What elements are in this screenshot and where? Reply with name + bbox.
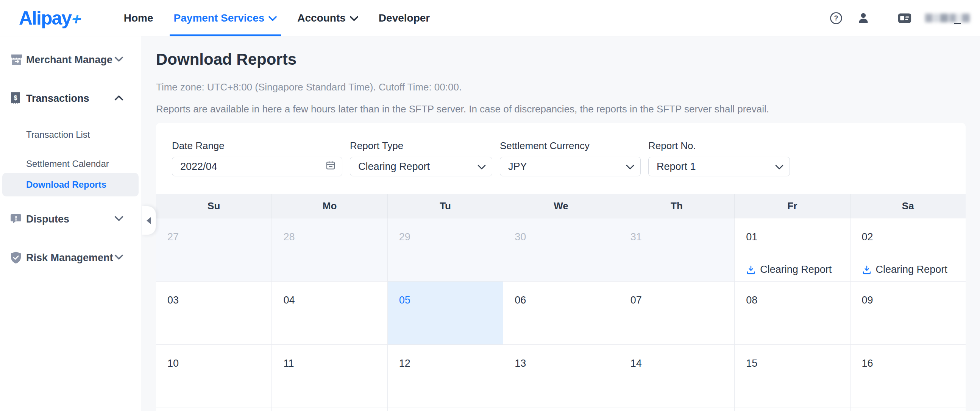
weekday-label: Fr <box>734 194 850 218</box>
reports-card: Date Range 2022/04 Report Type <box>156 123 966 411</box>
sidebar-sublabel: Download Reports <box>26 179 107 190</box>
sidebar-item-disputes[interactable]: Disputes <box>0 208 141 230</box>
storefront-icon <box>10 54 25 66</box>
calendar-weekday-header: Su Mo Tu We Th Fr Sa <box>156 194 966 218</box>
day-number: 11 <box>283 358 387 370</box>
day-number: 10 <box>167 358 272 370</box>
calendar-cell[interactable] <box>503 408 618 411</box>
calendar-cell[interactable] <box>272 408 387 411</box>
nav-developer[interactable]: Developer <box>368 0 440 36</box>
sidebar-label: Disputes <box>26 213 69 225</box>
day-number: 09 <box>862 294 966 306</box>
calendar-cell[interactable]: 10 <box>156 345 272 408</box>
calendar-week-row: 27 28 29 30 31 01 Clearing Report <box>156 218 966 282</box>
clearing-report-link[interactable]: Clearing Report <box>862 264 966 276</box>
day-number: 27 <box>167 231 272 243</box>
topbar-divider <box>884 12 884 25</box>
day-number: 07 <box>630 294 734 306</box>
weekday-label: Th <box>619 194 734 218</box>
weekday-label: Tu <box>387 194 503 218</box>
calendar-cell[interactable]: 08 <box>734 282 850 344</box>
settlement-currency-select[interactable]: JPY <box>500 157 641 176</box>
calendar-week-row: 10 11 12 13 14 15 16 <box>156 345 966 408</box>
chevron-down-icon <box>477 161 486 173</box>
day-number: 06 <box>515 294 618 306</box>
collapse-left-arrow-icon <box>146 217 151 224</box>
calendar-cell[interactable]: 27 <box>156 218 272 281</box>
calendar-icon <box>325 160 336 173</box>
calendar-cell[interactable]: 11 <box>272 345 387 408</box>
nav-home[interactable]: Home <box>114 0 164 36</box>
report-type-value: Clearing Report <box>358 161 430 173</box>
calendar-cell[interactable]: 16 <box>850 345 966 408</box>
sidebar-item-merchant-management[interactable]: Merchant Manage... <box>0 49 141 70</box>
chevron-up-icon <box>115 95 123 102</box>
sidebar-item-download-reports[interactable]: Download Reports <box>2 173 138 197</box>
calendar-cell[interactable]: 09 <box>850 282 966 344</box>
calendar-cell[interactable]: 14 <box>619 345 734 408</box>
nav-accounts[interactable]: Accounts <box>287 0 368 36</box>
report-link-label: Clearing Report <box>876 264 947 276</box>
filter-label: Report No. <box>648 140 790 152</box>
chevron-down-icon <box>775 161 783 173</box>
calendar-cell[interactable] <box>619 408 734 411</box>
day-number: 14 <box>630 358 734 370</box>
day-number: 13 <box>515 358 618 370</box>
account-id-redacted[interactable] <box>925 11 970 26</box>
calendar-cell[interactable]: 28 <box>272 218 387 281</box>
calendar-cell[interactable]: 13 <box>503 345 618 408</box>
report-no-value: Report 1 <box>657 161 696 173</box>
alipay-plus-logo[interactable]: Alipay + <box>19 7 82 29</box>
calendar-cell[interactable]: 03 <box>156 282 272 344</box>
calendar-cell[interactable] <box>850 408 966 411</box>
weekday-label: Mo <box>272 194 387 218</box>
chevron-down-icon <box>115 216 123 223</box>
sidebar-item-settlement-calendar[interactable]: Settlement Calendar <box>0 155 141 173</box>
day-number: 04 <box>283 294 387 306</box>
day-number: 28 <box>283 231 387 243</box>
report-type-select[interactable]: Clearing Report <box>350 157 492 176</box>
calendar-cell[interactable] <box>156 408 272 411</box>
calendar-cell[interactable] <box>734 408 850 411</box>
calendar-cell[interactable] <box>387 408 503 411</box>
redacted-blur <box>925 14 970 22</box>
calendar-cell[interactable]: 04 <box>272 282 387 344</box>
calendar-cell[interactable]: 02 Clearing Report <box>850 218 966 281</box>
download-icon <box>746 265 756 275</box>
nav-home-label: Home <box>124 12 153 24</box>
clearing-report-link[interactable]: Clearing Report <box>746 264 850 276</box>
filter-bar: Date Range 2022/04 Report Type <box>156 123 966 176</box>
filter-label: Settlement Currency <box>500 140 641 152</box>
calendar-cell[interactable]: 12 <box>387 345 503 408</box>
day-number: 01 <box>746 231 850 243</box>
day-number: 12 <box>399 358 503 370</box>
calendar-cell-selected[interactable]: 05 <box>387 282 503 344</box>
download-icon <box>862 265 872 275</box>
calendar-cell[interactable]: 29 <box>387 218 503 281</box>
sidebar-item-transaction-list[interactable]: Transaction List <box>0 125 141 144</box>
user-icon[interactable] <box>857 11 870 25</box>
calendar-cell[interactable]: 06 <box>503 282 618 344</box>
chevron-down-icon <box>115 254 123 262</box>
filter-label: Date Range <box>172 140 342 152</box>
nav-developer-label: Developer <box>379 12 430 24</box>
sidebar-item-risk-management[interactable]: Risk Management <box>0 247 141 268</box>
calendar-cell[interactable]: 30 <box>503 218 618 281</box>
sidebar-collapse-handle[interactable] <box>142 206 156 235</box>
topbar-right: ? <box>829 11 970 26</box>
logo-plus-glyph: + <box>70 10 84 29</box>
availability-note: Reports are available in here a few hour… <box>156 103 966 115</box>
nav-payment-services[interactable]: Payment Services <box>164 0 287 36</box>
report-no-select[interactable]: Report 1 <box>648 157 790 176</box>
sidebar-item-transactions[interactable]: $ Transactions <box>0 88 141 109</box>
help-icon[interactable]: ? <box>829 11 843 25</box>
main-content: Download Reports Time zone: UTC+8:00 (Si… <box>142 36 980 411</box>
dispute-bubble-icon <box>10 213 25 225</box>
calendar-cell[interactable]: 01 Clearing Report <box>734 218 850 281</box>
settlement-currency-value: JPY <box>508 161 527 173</box>
calendar-cell[interactable]: 31 <box>619 218 734 281</box>
calendar-cell[interactable]: 07 <box>619 282 734 344</box>
calendar-cell[interactable]: 15 <box>734 345 850 408</box>
date-range-input[interactable]: 2022/04 <box>172 157 342 176</box>
id-card-icon[interactable] <box>898 11 912 25</box>
